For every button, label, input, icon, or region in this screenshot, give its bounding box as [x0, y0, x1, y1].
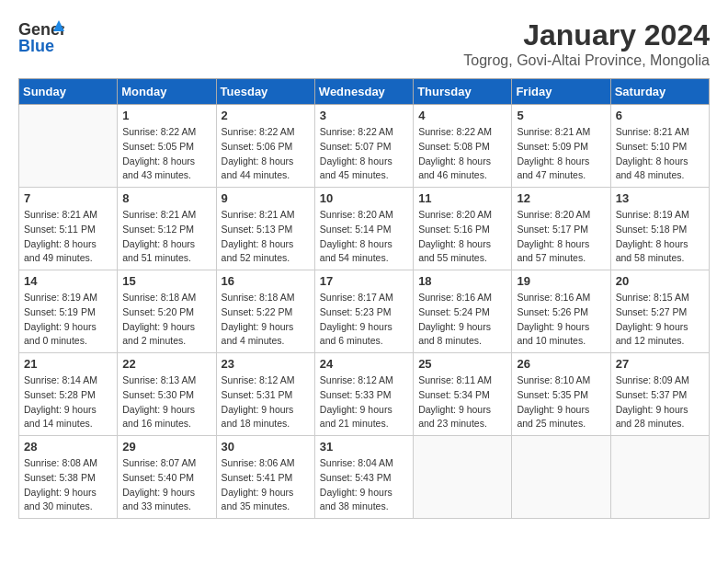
calendar-cell: 14Sunrise: 8:19 AMSunset: 5:19 PMDayligh… [19, 270, 118, 353]
day-number: 17 [320, 274, 408, 288]
day-number: 18 [418, 274, 506, 288]
day-info: Sunrise: 8:07 AMSunset: 5:40 PMDaylight:… [122, 456, 210, 514]
day-info: Sunrise: 8:18 AMSunset: 5:22 PMDaylight:… [222, 291, 310, 349]
calendar-cell: 20Sunrise: 8:15 AMSunset: 5:27 PMDayligh… [610, 270, 709, 353]
day-info: Sunrise: 8:15 AMSunset: 5:27 PMDaylight:… [616, 291, 704, 349]
calendar-cell: 12Sunrise: 8:20 AMSunset: 5:17 PMDayligh… [512, 188, 610, 270]
calendar-week-row: 14Sunrise: 8:19 AMSunset: 5:19 PMDayligh… [19, 270, 710, 353]
day-info: Sunrise: 8:16 AMSunset: 5:24 PMDaylight:… [418, 291, 506, 349]
header-saturday: Saturday [610, 79, 709, 105]
calendar-cell: 24Sunrise: 8:12 AMSunset: 5:33 PMDayligh… [314, 353, 413, 436]
calendar-cell: 4Sunrise: 8:22 AMSunset: 5:08 PMDaylight… [414, 105, 512, 188]
day-info: Sunrise: 8:16 AMSunset: 5:26 PMDaylight:… [517, 291, 605, 349]
day-number: 5 [517, 109, 605, 122]
day-number: 14 [24, 274, 112, 288]
calendar-cell: 17Sunrise: 8:17 AMSunset: 5:23 PMDayligh… [314, 270, 413, 353]
logo: General Blue [18, 18, 68, 55]
day-info: Sunrise: 8:20 AMSunset: 5:14 PMDaylight:… [320, 208, 408, 266]
day-info: Sunrise: 8:22 AMSunset: 5:08 PMDaylight:… [418, 125, 506, 183]
calendar-cell: 28Sunrise: 8:08 AMSunset: 5:38 PMDayligh… [19, 436, 118, 519]
day-number: 8 [122, 191, 210, 205]
header-wednesday: Wednesday [314, 79, 413, 105]
header-monday: Monday [118, 79, 216, 105]
day-number: 13 [616, 191, 704, 205]
day-number: 1 [122, 109, 210, 122]
page-title: January 2024 [463, 18, 710, 52]
day-number: 23 [222, 357, 310, 371]
day-info: Sunrise: 8:14 AMSunset: 5:28 PMDaylight:… [24, 373, 112, 431]
day-info: Sunrise: 8:06 AMSunset: 5:41 PMDaylight:… [222, 456, 310, 514]
title-block: January 2024 Togrog, Govi-Altai Province… [463, 18, 710, 69]
header-tuesday: Tuesday [216, 79, 314, 105]
day-info: Sunrise: 8:20 AMSunset: 5:17 PMDaylight:… [517, 208, 605, 266]
day-info: Sunrise: 8:20 AMSunset: 5:16 PMDaylight:… [418, 208, 506, 266]
calendar-cell: 3Sunrise: 8:22 AMSunset: 5:07 PMDaylight… [314, 105, 413, 188]
calendar-week-row: 21Sunrise: 8:14 AMSunset: 5:28 PMDayligh… [19, 353, 710, 436]
day-info: Sunrise: 8:10 AMSunset: 5:35 PMDaylight:… [517, 373, 605, 431]
calendar-cell: 18Sunrise: 8:16 AMSunset: 5:24 PMDayligh… [414, 270, 512, 353]
calendar-cell [19, 105, 118, 188]
day-number: 29 [122, 440, 210, 454]
day-number: 11 [418, 191, 506, 205]
day-number: 6 [616, 109, 704, 122]
calendar-cell: 29Sunrise: 8:07 AMSunset: 5:40 PMDayligh… [118, 436, 216, 519]
day-number: 3 [320, 109, 408, 122]
day-number: 21 [24, 357, 112, 371]
day-number: 16 [222, 274, 310, 288]
day-info: Sunrise: 8:08 AMSunset: 5:38 PMDaylight:… [24, 456, 112, 514]
day-number: 24 [320, 357, 408, 371]
page-header: General Blue January 2024 Togrog, Govi-A… [18, 18, 710, 69]
day-number: 12 [517, 191, 605, 205]
day-number: 25 [418, 357, 506, 371]
calendar-cell: 21Sunrise: 8:14 AMSunset: 5:28 PMDayligh… [19, 353, 118, 436]
day-number: 30 [222, 440, 310, 454]
calendar-week-row: 1Sunrise: 8:22 AMSunset: 5:05 PMDaylight… [19, 105, 710, 188]
day-info: Sunrise: 8:21 AMSunset: 5:11 PMDaylight:… [24, 208, 112, 266]
logo-icon: General Blue [18, 18, 64, 55]
day-number: 7 [24, 191, 112, 205]
header-thursday: Thursday [414, 79, 512, 105]
header-sunday: Sunday [19, 79, 118, 105]
calendar-cell: 25Sunrise: 8:11 AMSunset: 5:34 PMDayligh… [414, 353, 512, 436]
calendar-cell: 1Sunrise: 8:22 AMSunset: 5:05 PMDaylight… [118, 105, 216, 188]
day-number: 20 [616, 274, 704, 288]
calendar-cell: 15Sunrise: 8:18 AMSunset: 5:20 PMDayligh… [118, 270, 216, 353]
day-number: 10 [320, 191, 408, 205]
svg-text:Blue: Blue [18, 37, 54, 55]
calendar-cell [414, 436, 512, 519]
calendar-cell: 13Sunrise: 8:19 AMSunset: 5:18 PMDayligh… [610, 188, 709, 270]
calendar-cell [512, 436, 610, 519]
calendar-week-row: 7Sunrise: 8:21 AMSunset: 5:11 PMDaylight… [19, 188, 710, 270]
day-info: Sunrise: 8:18 AMSunset: 5:20 PMDaylight:… [122, 291, 210, 349]
day-info: Sunrise: 8:21 AMSunset: 5:10 PMDaylight:… [616, 125, 704, 183]
day-number: 28 [24, 440, 112, 454]
day-info: Sunrise: 8:13 AMSunset: 5:30 PMDaylight:… [122, 373, 210, 431]
calendar-cell: 10Sunrise: 8:20 AMSunset: 5:14 PMDayligh… [314, 188, 413, 270]
calendar-week-row: 28Sunrise: 8:08 AMSunset: 5:38 PMDayligh… [19, 436, 710, 519]
day-info: Sunrise: 8:04 AMSunset: 5:43 PMDaylight:… [320, 456, 408, 514]
header-friday: Friday [512, 79, 610, 105]
calendar-cell: 8Sunrise: 8:21 AMSunset: 5:12 PMDaylight… [118, 188, 216, 270]
day-number: 15 [122, 274, 210, 288]
day-number: 19 [517, 274, 605, 288]
day-number: 26 [517, 357, 605, 371]
day-number: 9 [222, 191, 310, 205]
day-info: Sunrise: 8:22 AMSunset: 5:06 PMDaylight:… [222, 125, 310, 183]
day-number: 4 [418, 109, 506, 122]
calendar-cell: 27Sunrise: 8:09 AMSunset: 5:37 PMDayligh… [610, 353, 709, 436]
calendar-cell: 6Sunrise: 8:21 AMSunset: 5:10 PMDaylight… [610, 105, 709, 188]
calendar-cell: 5Sunrise: 8:21 AMSunset: 5:09 PMDaylight… [512, 105, 610, 188]
day-number: 22 [122, 357, 210, 371]
day-number: 31 [320, 440, 408, 454]
calendar-table: SundayMondayTuesdayWednesdayThursdayFrid… [18, 78, 710, 519]
day-info: Sunrise: 8:17 AMSunset: 5:23 PMDaylight:… [320, 291, 408, 349]
day-info: Sunrise: 8:22 AMSunset: 5:07 PMDaylight:… [320, 125, 408, 183]
day-info: Sunrise: 8:19 AMSunset: 5:19 PMDaylight:… [24, 291, 112, 349]
day-info: Sunrise: 8:12 AMSunset: 5:33 PMDaylight:… [320, 373, 408, 431]
calendar-cell: 31Sunrise: 8:04 AMSunset: 5:43 PMDayligh… [314, 436, 413, 519]
calendar-cell: 22Sunrise: 8:13 AMSunset: 5:30 PMDayligh… [118, 353, 216, 436]
calendar-cell: 30Sunrise: 8:06 AMSunset: 5:41 PMDayligh… [216, 436, 314, 519]
day-info: Sunrise: 8:21 AMSunset: 5:12 PMDaylight:… [122, 208, 210, 266]
calendar-cell: 2Sunrise: 8:22 AMSunset: 5:06 PMDaylight… [216, 105, 314, 188]
day-info: Sunrise: 8:21 AMSunset: 5:13 PMDaylight:… [222, 208, 310, 266]
